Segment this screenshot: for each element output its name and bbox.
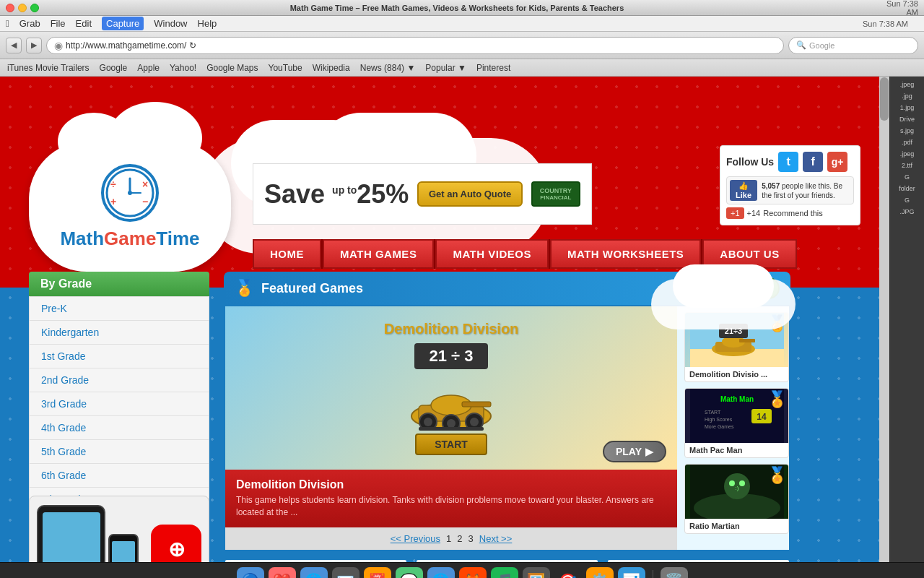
grade-5th[interactable]: 5th Grade [30, 440, 209, 464]
bookmark-google[interactable]: Google [100, 63, 128, 73]
game-showcase: Demolition Division 21 ÷ 3 [224, 305, 790, 551]
file-jpeg2[interactable]: .jpeg [892, 149, 923, 159]
grade-kindergarten[interactable]: Kindergarten [30, 321, 209, 345]
dock-app4[interactable]: ⚙️ [586, 567, 614, 579]
menu-help[interactable]: Help [198, 18, 217, 29]
ipad-image [37, 505, 105, 563]
kindergarten-games-link[interactable]: Kindergarten Games [415, 558, 599, 562]
bookmark-googlemaps[interactable]: Google Maps [206, 63, 258, 73]
bookmark-wikipedia[interactable]: Wikipedia [313, 63, 350, 73]
firstgrade-games-link[interactable]: 1st Grade Games [606, 558, 790, 562]
url-bar[interactable]: ◉ http://www.mathgametime.com/ ↻ [46, 37, 784, 54]
prek-games-link[interactable]: Pre-K Games [224, 558, 408, 562]
search-bar[interactable]: 🔍 Google [788, 37, 918, 54]
iphone-image [108, 534, 139, 563]
menu-apple[interactable]:  [6, 18, 9, 29]
dock-music[interactable]: 🎵 [491, 567, 518, 579]
bottom-grade-links: Pre-K Games Kindergarten Games 1st Grade… [224, 558, 790, 562]
file-g[interactable]: G [892, 172, 923, 182]
prev-page-button[interactable]: << Previous [391, 533, 440, 544]
page-1-button[interactable]: 1 [446, 533, 451, 544]
logo-cloud-shape: ÷ × + − MathGameTime [29, 142, 231, 272]
bookmark-popular[interactable]: Popular ▼ [425, 63, 466, 73]
game-start-button[interactable]: START [415, 434, 487, 455]
side-game-ratio[interactable]: :) 🏅 Ratio Martian [684, 464, 789, 534]
file-sjpg[interactable]: s.jpg [892, 126, 923, 136]
minimize-button[interactable] [18, 4, 27, 12]
dock-app3[interactable]: 🎯 [554, 567, 582, 579]
grade-prek[interactable]: Pre-K [30, 297, 209, 321]
dock-chrome[interactable]: 🌐 [427, 567, 455, 579]
play-button[interactable]: PLAY ▶ [603, 441, 666, 462]
bookmark-yahoo[interactable]: Yahoo! [170, 63, 196, 73]
scrollbar[interactable] [879, 77, 889, 562]
grade-2nd[interactable]: 2nd Grade [30, 368, 209, 392]
file-jpeg[interactable]: .jpeg [892, 79, 923, 90]
close-button[interactable] [6, 4, 14, 12]
scrollbar-thumb[interactable] [880, 77, 889, 121]
menu-window[interactable]: Window [154, 18, 187, 29]
plusone-button[interactable]: +1 [726, 207, 744, 219]
grade-6th[interactable]: 6th Grade [30, 464, 209, 488]
dock-messages[interactable]: 💬 [396, 567, 423, 579]
nav-math-videos[interactable]: MATH VIDEOS [435, 239, 549, 269]
social-box: Follow Us t f g+ 👍 Like 5,057 people lik… [720, 145, 860, 225]
side-game-mathman[interactable]: Math Man START High Scores More Games 14… [684, 388, 789, 458]
dock-finder[interactable]: 🔵 [237, 567, 264, 579]
forward-button[interactable]: ▶ [26, 38, 42, 53]
dock-mail[interactable]: ✉️ [332, 567, 359, 579]
bookmark-itunes[interactable]: iTunes Movie Trailers [7, 63, 90, 73]
svg-rect-18 [419, 427, 484, 431]
page-3-button[interactable]: 3 [468, 533, 474, 544]
browser-content: ÷ × + − MathGameTime [0, 77, 924, 562]
back-button[interactable]: ◀ [6, 38, 22, 53]
dock-safari[interactable]: 🌐 [300, 567, 328, 579]
nav-math-games[interactable]: MATH GAMES [323, 239, 434, 269]
file-folder[interactable]: folder [892, 184, 923, 194]
ad-quote-button[interactable]: Get an Auto Quote [417, 181, 523, 207]
grade-header: By Grade [29, 272, 209, 296]
file-1jpg[interactable]: 1.jpg [892, 103, 923, 113]
menu-capture[interactable]: Capture [102, 17, 144, 30]
dock-app2[interactable]: 🦊 [459, 567, 487, 579]
grade-4th[interactable]: 4th Grade [30, 416, 209, 440]
app-promo[interactable]: ⊕ [29, 496, 209, 562]
menu-file[interactable]: File [51, 18, 66, 29]
menu-edit[interactable]: Edit [76, 18, 92, 29]
pagination: << Previous 1 2 3 Next >> [225, 527, 677, 550]
file-jpg[interactable]: .jpg [892, 91, 923, 101]
browser-toolbar: ◀ ▶ ◉ http://www.mathgametime.com/ ↻ 🔍 G… [0, 32, 924, 59]
refresh-button[interactable]: ↻ [189, 40, 196, 51]
bookmark-pinterest[interactable]: Pinterest [476, 63, 510, 73]
file-g2[interactable]: G [892, 195, 923, 205]
bookmark-news[interactable]: News (884) ▼ [360, 63, 416, 73]
grade-3rd[interactable]: 3rd Grade [30, 392, 209, 416]
facebook-button[interactable]: f [803, 152, 823, 172]
next-page-button[interactable]: Next >> [479, 533, 513, 544]
file-jpg2[interactable]: .JPG [892, 207, 923, 217]
svg-point-7 [128, 191, 132, 195]
menu-grab[interactable]: Grab [19, 18, 40, 29]
file-2ttf[interactable]: 2.ttf [892, 160, 923, 171]
bookmark-youtube[interactable]: YouTube [269, 63, 302, 73]
file-pdf[interactable]: .pdf [892, 137, 923, 147]
dock-calendar[interactable]: 📅 [364, 567, 391, 579]
file-drive[interactable]: Drive [892, 114, 923, 124]
svg-text:×: × [142, 178, 148, 190]
grade-1st[interactable]: 1st Grade [30, 345, 209, 368]
bookmark-apple[interactable]: Apple [137, 63, 160, 73]
dock-app1[interactable]: ❤️ [269, 567, 296, 579]
nav-home[interactable]: HOME [253, 239, 321, 269]
dock-trash[interactable]: 🗑️ [661, 567, 688, 579]
maximize-button[interactable] [30, 4, 39, 12]
twitter-button[interactable]: t [778, 152, 798, 172]
logo-icon: ÷ × + − [101, 164, 159, 222]
page-2-button[interactable]: 2 [457, 533, 462, 544]
logo-text: MathGameTime [60, 228, 199, 250]
dock-app5[interactable]: 📊 [618, 567, 645, 579]
nav-math-worksheets[interactable]: MATH WORKSHEETS [550, 239, 701, 269]
googleplus-button[interactable]: g+ [827, 152, 847, 172]
dock-photos[interactable]: 🖼️ [523, 567, 550, 579]
app-icon[interactable]: ⊕ [151, 525, 201, 562]
like-button[interactable]: 👍 Like [730, 180, 757, 201]
